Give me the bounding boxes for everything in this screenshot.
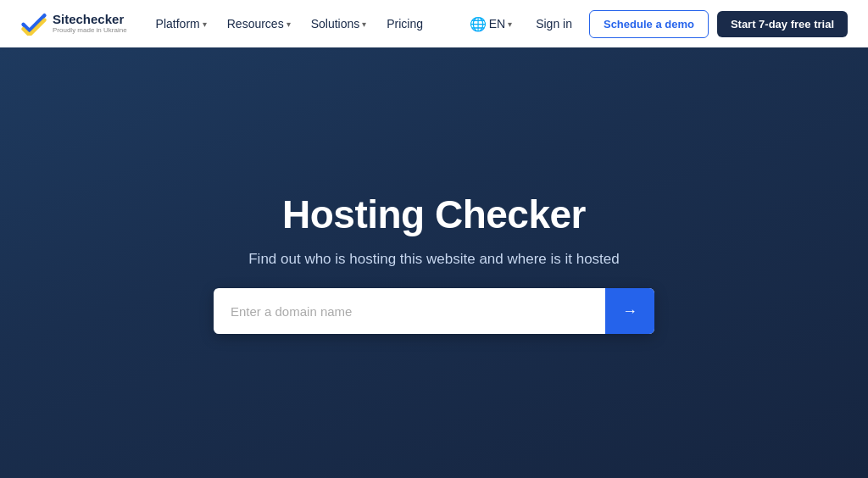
hero-title: Hosting Checker [282, 192, 586, 237]
logo-icon [20, 12, 47, 36]
nav-solutions[interactable]: Solutions ▾ [303, 12, 376, 36]
arrow-right-icon: → [622, 303, 637, 320]
signin-button[interactable]: Sign in [527, 12, 581, 36]
brand-tagline: Proudly made in Ukraine [53, 27, 127, 35]
trial-button[interactable]: Start 7-day free trial [717, 11, 848, 37]
search-bar: → [214, 288, 654, 334]
nav-resources[interactable]: Resources ▾ [219, 12, 299, 36]
chevron-down-icon: ▾ [362, 19, 366, 29]
brand-name: Sitechecker [53, 13, 127, 27]
chevron-down-icon: ▾ [203, 19, 207, 29]
chevron-down-icon: ▾ [287, 19, 291, 29]
hero-subtitle: Find out who is hosting this website and… [248, 251, 620, 268]
logo-link[interactable]: Sitechecker Proudly made in Ukraine [20, 12, 127, 36]
domain-search-input[interactable] [214, 288, 605, 334]
hero-section: Hosting Checker Find out who is hosting … [0, 47, 868, 478]
nav-platform[interactable]: Platform ▾ [147, 12, 215, 36]
nav-right: 🌐 EN ▾ Sign in Schedule a demo Start 7-d… [463, 10, 848, 38]
chevron-down-icon: ▾ [508, 19, 512, 29]
language-selector[interactable]: 🌐 EN ▾ [463, 11, 519, 37]
demo-button[interactable]: Schedule a demo [589, 10, 709, 38]
search-submit-button[interactable]: → [605, 288, 654, 334]
nav-pricing[interactable]: Pricing [378, 12, 431, 36]
globe-icon: 🌐 [470, 16, 487, 32]
nav-links: Platform ▾ Resources ▾ Solutions ▾ Prici… [147, 12, 456, 36]
navbar: Sitechecker Proudly made in Ukraine Plat… [0, 0, 868, 47]
